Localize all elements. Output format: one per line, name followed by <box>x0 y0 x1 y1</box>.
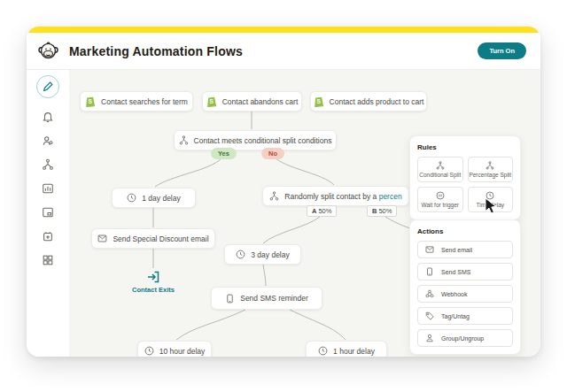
clock-icon <box>236 250 245 259</box>
app-header: Marketing Automation Flows Turn On <box>27 33 540 70</box>
conditional-split-node[interactable]: Contact meets conditional split conditio… <box>174 130 337 150</box>
phone-icon <box>225 294 235 304</box>
delay-1hour-node[interactable]: 1 hour delay <box>306 341 387 357</box>
node-label: 1 hour delay <box>333 347 375 356</box>
action-label: Send email <box>441 247 472 253</box>
trigger-node-search[interactable]: S Contact searches for term <box>80 91 193 111</box>
phone-icon <box>425 267 434 276</box>
trigger-node-abandon-cart[interactable]: S Contact abandons cart <box>202 91 302 111</box>
rule-tile-conditional-split[interactable]: Conditional Split <box>417 157 463 182</box>
node-label: Randomly split contact by a percen <box>284 192 401 201</box>
nav-bell-icon[interactable] <box>41 110 55 124</box>
percentage-link: percen <box>379 192 402 201</box>
action-send-email[interactable]: Send email <box>417 241 513 258</box>
delay-10hour-node[interactable]: 10 hour delay <box>137 341 212 357</box>
node-label: 1 day delay <box>142 194 180 203</box>
trigger-node-add-product[interactable]: S Contact adds product to cart <box>310 91 427 111</box>
action-label: Webhook <box>441 291 467 297</box>
clock-icon <box>127 193 136 203</box>
contact-exits: Contact Exits <box>122 270 184 294</box>
trigger-label: Contact searches for term <box>101 97 188 106</box>
delay-1day-node[interactable]: 1 day delay <box>112 188 196 208</box>
node-label: Send Special Discount email <box>113 234 208 243</box>
yes-branch-badge[interactable]: Yes <box>211 148 237 159</box>
action-label: Tag/Untag <box>441 313 470 319</box>
contact-exits-label: Contact Exits <box>132 286 175 294</box>
tile-label: Percentage Split <box>469 172 511 178</box>
shopify-bag-icon: S <box>85 96 96 107</box>
svg-text:S: S <box>316 98 321 104</box>
nav-automation-split-icon[interactable] <box>41 158 55 172</box>
mailchimp-logo[interactable] <box>27 40 69 62</box>
webhook-icon <box>425 289 434 298</box>
trigger-label: Contact abandons cart <box>222 97 299 106</box>
tile-label: Wait for trigger <box>422 202 459 208</box>
shopify-bag-icon: S <box>206 96 217 107</box>
action-group-ungroup[interactable]: Group/Ungroup <box>417 329 513 347</box>
svg-text:S: S <box>89 98 93 104</box>
envelope-icon <box>97 234 107 243</box>
rule-tile-percentage-split[interactable]: Percentage Split <box>468 157 514 182</box>
clock-icon <box>318 346 328 356</box>
envelope-icon <box>425 245 434 254</box>
tile-label: Conditional Split <box>419 172 461 178</box>
split-icon <box>485 161 494 170</box>
node-label: 3 day delay <box>251 250 289 259</box>
action-label: Group/Ungroup <box>441 335 484 342</box>
mouse-cursor <box>484 197 500 215</box>
actions-panel: Actions Send email Send SMS Webhook Tag/… <box>409 219 521 355</box>
clock-icon <box>144 346 154 356</box>
branch-a-badge[interactable]: A50% <box>307 205 337 217</box>
rule-tile-wait-for-trigger[interactable]: Wait for trigger <box>417 187 463 212</box>
trigger-label: Contact adds product to cart <box>330 97 424 106</box>
send-email-node[interactable]: Send Special Discount email <box>91 228 215 249</box>
nav-audience-person-icon[interactable] <box>41 134 55 148</box>
tag-icon <box>425 311 434 320</box>
svg-text:S: S <box>209 98 214 104</box>
random-split-node[interactable]: Randomly split contact by a percen <box>262 186 409 206</box>
split-icon <box>179 135 189 145</box>
action-label: Send SMS <box>441 269 470 275</box>
exit-icon <box>146 270 160 284</box>
node-label: 10 hour delay <box>159 347 206 356</box>
rules-panel-title: Rules <box>417 143 513 151</box>
app-window: Marketing Automation Flows Turn On <box>27 27 540 357</box>
split-icon <box>269 191 279 201</box>
action-webhook[interactable]: Webhook <box>417 285 513 303</box>
split-icon <box>436 161 445 170</box>
page-title: Marketing Automation Flows <box>69 44 243 58</box>
nav-analytics-chart-icon[interactable] <box>41 181 55 196</box>
send-sms-node[interactable]: Send SMS reminder <box>211 287 322 310</box>
turn-on-button[interactable]: Turn On <box>478 42 526 59</box>
rules-panel: Rules Conditional Split Percentage Split… <box>409 135 521 220</box>
delay-3day-node[interactable]: 3 day delay <box>224 244 301 265</box>
flow-canvas[interactable]: S Contact searches for term S Contact ab… <box>69 70 540 357</box>
freddie-monkey-icon <box>37 40 59 62</box>
branch-b-badge[interactable]: B50% <box>367 205 397 217</box>
brand-yellow-bar <box>27 27 540 33</box>
action-tag-untag[interactable]: Tag/Untag <box>417 307 513 325</box>
no-branch-badge[interactable]: No <box>261 148 284 159</box>
node-label: Contact meets conditional split conditio… <box>194 136 332 145</box>
nav-integrations-plus-icon[interactable] <box>41 229 55 243</box>
nav-apps-grid-icon[interactable] <box>41 253 55 267</box>
pause-icon <box>436 191 445 200</box>
actions-panel-title: Actions <box>417 227 513 235</box>
action-send-sms[interactable]: Send SMS <box>417 263 513 281</box>
node-label: Send SMS reminder <box>240 294 308 303</box>
group-person-icon <box>425 334 434 342</box>
shopify-bag-icon: S <box>314 96 324 107</box>
left-nav-sidebar <box>27 70 69 357</box>
nav-website-browser-icon[interactable] <box>41 205 55 219</box>
nav-create-pencil-icon[interactable] <box>36 75 59 98</box>
